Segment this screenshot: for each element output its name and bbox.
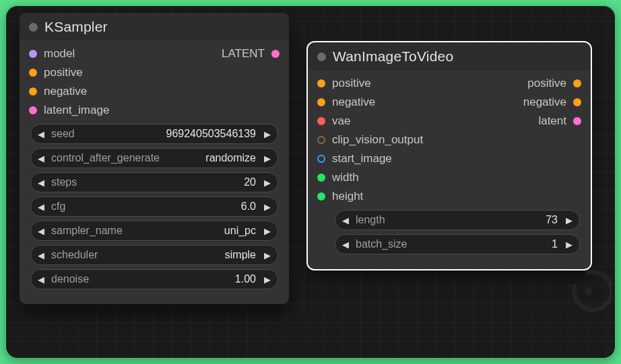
chevron-left-icon[interactable]: ◀ [338,240,353,250]
chevron-right-icon[interactable]: ▶ [260,226,275,236]
widget-denoise[interactable]: ◀ denoise 1.00 ▶ [30,269,278,289]
port-negative-out[interactable] [573,98,581,106]
port-start-image-in[interactable] [317,155,325,163]
node-title: WanImageToVideo [333,48,453,65]
chevron-right-icon[interactable]: ▶ [260,202,275,212]
widget-value[interactable]: 6.0 [65,201,260,213]
chevron-left-icon[interactable]: ◀ [34,250,48,260]
widget-label: control_after_generate [48,152,160,164]
slot-row-height: height [308,187,591,206]
chevron-left-icon[interactable]: ◀ [338,215,353,225]
node-header[interactable]: WanImageToVideo [308,42,591,70]
slot-label: negative [523,96,566,109]
slot-label: width [332,171,359,184]
port-width-in[interactable] [317,174,325,182]
node-wanimagetovideo[interactable]: WanImageToVideo positive positive negati… [308,42,591,269]
widget-sampler-name[interactable]: ◀ sampler_name uni_pc ▶ [30,221,278,241]
widget-value[interactable]: 20 [77,176,260,188]
chevron-right-icon[interactable]: ▶ [260,129,275,139]
chevron-right-icon[interactable]: ▶ [260,275,275,285]
widgets: ◀ length 73 ▶ ◀ batch_size 1 ▶ [308,206,591,262]
widget-length[interactable]: ◀ length 73 ▶ [335,210,580,230]
port-positive-in[interactable] [317,79,325,87]
chevron-right-icon[interactable]: ▶ [562,215,577,225]
widget-value[interactable]: uni_pc [123,225,260,237]
slot-label: start_image [332,152,392,166]
slot-label: model [44,47,75,61]
widget-value[interactable]: 73 [385,214,562,226]
port-positive-out[interactable] [573,79,581,87]
slot-label: negative [332,96,375,109]
widget-label: steps [48,176,77,188]
slot-row-vae: vae latent [308,112,591,131]
widget-value[interactable]: randomize [160,152,260,164]
slot-label: vae [332,114,350,128]
widget-label: batch_size [353,238,407,250]
chevron-left-icon[interactable]: ◀ [34,178,48,188]
widget-cfg[interactable]: ◀ cfg 6.0 ▶ [30,196,278,217]
node-graph-canvas[interactable]: KSampler model LATENT positive [5,5,616,359]
slot-label: positive [332,77,371,90]
port-latent-out[interactable] [573,117,581,125]
node-body: model LATENT positive negative [20,40,289,304]
node-header[interactable]: KSampler [20,13,289,40]
widget-label: sampler_name [48,225,123,237]
widget-seed[interactable]: ◀ seed 969240503546139 ▶ [30,124,278,144]
port-latent-out[interactable] [271,50,280,58]
slot-label: latent [538,114,566,128]
node-title: KSampler [44,19,108,35]
slot-label: positive [44,66,83,79]
widgets: ◀ seed 969240503546139 ▶ ◀ control_after… [20,120,289,297]
slot-row-latent-image: latent_image [20,101,289,120]
widget-label: seed [48,128,75,140]
slot-row-negative: negative negative [308,93,591,112]
slot-label: latent_image [44,104,109,117]
widget-steps[interactable]: ◀ steps 20 ▶ [30,172,278,192]
slot-label: LATENT [222,47,265,61]
widget-label: length [353,214,385,226]
chevron-left-icon[interactable]: ◀ [34,226,48,236]
slot-label: negative [44,85,87,98]
widget-label: denoise [48,273,89,285]
collapse-dot-icon[interactable] [317,52,326,61]
widget-scheduler[interactable]: ◀ scheduler simple ▶ [30,245,278,265]
chevron-right-icon[interactable]: ▶ [260,250,275,260]
widget-batch-size[interactable]: ◀ batch_size 1 ▶ [335,234,580,254]
widget-control-after-generate[interactable]: ◀ control_after_generate randomize ▶ [30,148,278,168]
port-latent-image-in[interactable] [29,106,37,114]
slot-row-negative: negative [20,82,289,101]
slot-label: clip_vision_output [332,133,423,147]
chevron-left-icon[interactable]: ◀ [34,202,48,212]
chevron-right-icon[interactable]: ▶ [562,240,577,250]
slot-row-start-image: start_image [308,149,591,168]
chevron-left-icon[interactable]: ◀ [34,153,48,163]
widget-value[interactable]: 1.00 [89,273,260,285]
node-body: positive positive negative negative [308,70,591,269]
widget-value[interactable]: 969240503546139 [75,128,260,140]
slot-label: positive [527,77,566,90]
chevron-right-icon[interactable]: ▶ [260,178,275,188]
widget-value[interactable]: 1 [407,238,562,250]
widget-label: cfg [48,201,65,213]
port-positive-in[interactable] [29,69,37,77]
port-negative-in[interactable] [317,98,325,106]
widget-label: scheduler [48,249,98,261]
slot-row-positive: positive [20,63,289,82]
slot-row-width: width [308,168,591,187]
port-clip-vision-output-in[interactable] [317,136,325,144]
port-vae-in[interactable] [317,117,325,125]
node-ksampler[interactable]: KSampler model LATENT positive [20,13,289,304]
chevron-left-icon[interactable]: ◀ [34,129,48,139]
slot-row-model: model LATENT [20,44,289,63]
chevron-left-icon[interactable]: ◀ [34,275,48,285]
collapse-dot-icon[interactable] [29,23,38,32]
slot-row-positive: positive positive [308,74,591,93]
port-negative-in[interactable] [29,87,37,96]
port-height-in[interactable] [317,192,325,201]
slot-row-clip-vision-output: clip_vision_output [308,131,591,149]
slot-label: height [332,190,363,203]
chevron-right-icon[interactable]: ▶ [260,153,275,163]
port-model-in[interactable] [29,50,37,58]
widget-value[interactable]: simple [98,249,260,261]
